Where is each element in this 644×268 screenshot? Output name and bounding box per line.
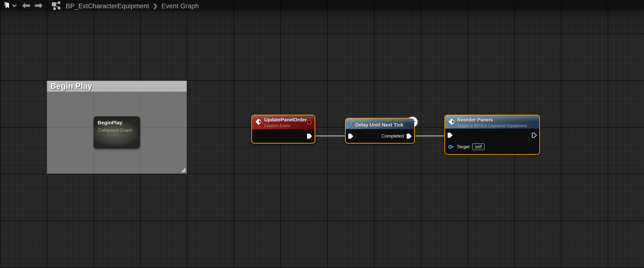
completed-pin-label: Completed	[382, 134, 404, 139]
node-update-panel-order[interactable]: UpdatePanelOrder Custom Event	[251, 115, 315, 144]
forward-button[interactable]	[32, 1, 45, 11]
collapsed-node-subtitle: Collapsed Graph	[98, 128, 140, 133]
target-self-field[interactable]: self	[472, 143, 485, 150]
breadcrumb-current-graph[interactable]: Event Graph	[162, 2, 199, 10]
target-object-pin[interactable]	[448, 144, 454, 149]
node-title: Delay Until Next Tick	[355, 122, 403, 128]
node-subtitle: Custom Event	[264, 124, 307, 128]
back-button[interactable]	[20, 1, 32, 11]
exec-wire-delay-to-reorder	[412, 136, 450, 136]
graph-nodes-icon	[51, 1, 61, 12]
collapsed-graph-node-beginplay[interactable]: BeginPlay Collapsed Graph	[94, 116, 140, 148]
back-arrow-icon	[22, 2, 30, 10]
delegate-pin[interactable]	[307, 120, 312, 124]
event-graph-canvas[interactable]: BP_ExtCharacterEquipment ❯ Event Graph B…	[0, 0, 644, 268]
breadcrumb-blueprint-name[interactable]: BP_ExtCharacterEquipment	[66, 2, 149, 10]
graph-toolbar: BP_ExtCharacterEquipment ❯ Event Graph	[0, 0, 644, 12]
node-reorder-panels[interactable]: Reorder Panels Target is BP Ext Characte…	[444, 115, 540, 155]
function-icon: ƒ	[350, 121, 352, 128]
event-graph-button[interactable]	[50, 1, 62, 12]
breadcrumb: BP_ExtCharacterEquipment ❯ Event Graph	[66, 2, 199, 10]
node-subtitle: Target is BP Ext Character Equipment	[457, 124, 527, 128]
exec-output-pin-unconnected[interactable]	[531, 132, 537, 138]
exec-input-pin[interactable]	[348, 133, 354, 139]
event-call-icon	[448, 118, 455, 125]
comment-header[interactable]: Begin Play	[47, 81, 187, 92]
custom-event-icon	[256, 118, 262, 125]
forward-arrow-icon	[34, 2, 43, 10]
exec-input-pin[interactable]	[447, 132, 453, 138]
breadcrumb-separator-icon: ❯	[153, 3, 157, 9]
collapsed-node-title: BeginPlay	[98, 120, 140, 126]
target-pin-label: Target	[457, 144, 470, 150]
comment-title: Begin Play	[50, 82, 92, 91]
exec-output-pin[interactable]	[306, 133, 313, 139]
node-delay-until-next-tick[interactable]: ƒ Delay Until Next Tick Completed	[345, 118, 415, 144]
bookmarks-button[interactable]	[3, 1, 17, 11]
toolbar-separator	[46, 1, 47, 11]
exec-output-pin-completed[interactable]	[406, 133, 412, 139]
chevron-down-icon	[12, 4, 16, 8]
toolbar-separator	[18, 1, 19, 11]
node-title: UpdatePanelOrder	[264, 117, 307, 123]
comment-resize-handle[interactable]	[180, 167, 186, 173]
bookmark-icon	[4, 2, 11, 11]
node-title: Reorder Panels	[457, 117, 527, 123]
